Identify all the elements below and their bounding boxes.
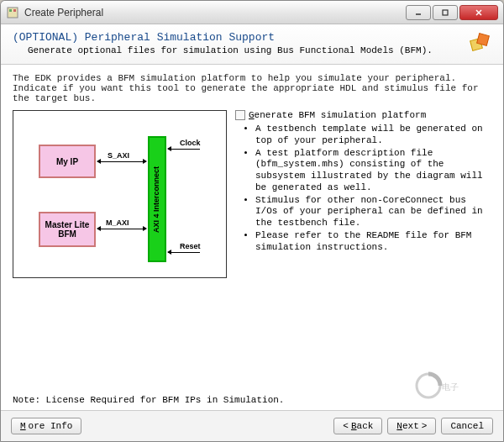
options-column: GGenerate BFM simulation platformenerate… bbox=[235, 110, 491, 254]
list-item: A test platform description file (bfm_sy… bbox=[255, 148, 491, 194]
svg-rect-2 bbox=[13, 9, 16, 12]
more-info-label: ore Info bbox=[29, 421, 73, 431]
wizard-footer: More Info < Back Next > Cancel bbox=[1, 410, 503, 441]
back-button[interactable]: < Back bbox=[333, 418, 382, 434]
license-note: Note: License Required for BFM IPs in Si… bbox=[13, 385, 491, 405]
wizard-header: (OPTIONAL) Peripheral Simulation Support… bbox=[1, 24, 503, 65]
diagram-arrow-reset bbox=[168, 252, 200, 253]
bfm-bullet-list: A testbench template will be generated o… bbox=[255, 124, 491, 253]
diagram-arrow-clock bbox=[168, 149, 200, 150]
window-controls bbox=[404, 5, 498, 20]
diagram-arrow-maxi bbox=[97, 229, 146, 229]
diagram-label-maxi: M_AXI bbox=[106, 218, 129, 227]
minimize-button[interactable] bbox=[406, 5, 431, 20]
dialog-window: Create Peripheral (OPTIONAL) Peripheral … bbox=[0, 0, 504, 442]
close-button[interactable] bbox=[459, 5, 498, 20]
page-title: (OPTIONAL) Peripheral Simulation Support bbox=[13, 31, 468, 44]
close-icon bbox=[475, 8, 483, 17]
diagram-label-reset: Reset bbox=[180, 242, 201, 250]
more-info-button[interactable]: More Info bbox=[11, 418, 81, 434]
maximize-icon bbox=[441, 8, 449, 17]
wizard-icon bbox=[468, 31, 491, 55]
content-row: My IP Master Lite BFM AXI 4 Interconnect… bbox=[13, 110, 491, 278]
app-icon bbox=[6, 6, 19, 19]
diagram-block-myip: My IP bbox=[39, 145, 96, 178]
next-button[interactable]: Next > bbox=[387, 418, 436, 434]
list-item: Please refer to the README file for BFM … bbox=[255, 230, 491, 254]
page-subtitle: Generate optional files for simulation u… bbox=[28, 45, 468, 55]
list-item: Stimulus for other non-CoreConnect bus I… bbox=[255, 195, 491, 229]
generate-bfm-checkbox[interactable] bbox=[235, 110, 245, 120]
diagram-block-bfm: Master Lite BFM bbox=[39, 212, 96, 247]
maximize-button[interactable] bbox=[433, 5, 458, 20]
list-item: A testbench template will be generated o… bbox=[255, 124, 491, 147]
intro-text: The EDK provides a BFM simulation platfo… bbox=[13, 73, 491, 103]
bfm-diagram: My IP Master Lite BFM AXI 4 Interconnect… bbox=[13, 110, 227, 278]
window-title: Create Peripheral bbox=[24, 7, 404, 18]
generate-bfm-checkbox-row[interactable]: GGenerate BFM simulation platformenerate… bbox=[235, 110, 491, 120]
generate-bfm-label: GGenerate BFM simulation platformenerate… bbox=[249, 110, 426, 120]
chevron-left-icon: < bbox=[343, 421, 349, 431]
cancel-label: Cancel bbox=[450, 421, 484, 431]
svg-rect-4 bbox=[443, 10, 448, 15]
diagram-label-saxi: S_AXI bbox=[108, 151, 129, 160]
diagram-label-clock: Clock bbox=[180, 139, 201, 147]
svg-rect-0 bbox=[8, 8, 18, 18]
diagram-arrow-saxi bbox=[97, 161, 146, 162]
diagram-block-interconnect: AXI 4 Interconnect bbox=[148, 136, 166, 262]
svg-rect-8 bbox=[477, 34, 490, 46]
cancel-button[interactable]: Cancel bbox=[441, 418, 493, 434]
svg-rect-1 bbox=[9, 9, 12, 12]
minimize-icon bbox=[414, 8, 423, 17]
chevron-right-icon: > bbox=[422, 421, 428, 431]
wizard-body: The EDK provides a BFM simulation platfo… bbox=[1, 65, 503, 410]
titlebar: Create Peripheral bbox=[1, 1, 503, 24]
